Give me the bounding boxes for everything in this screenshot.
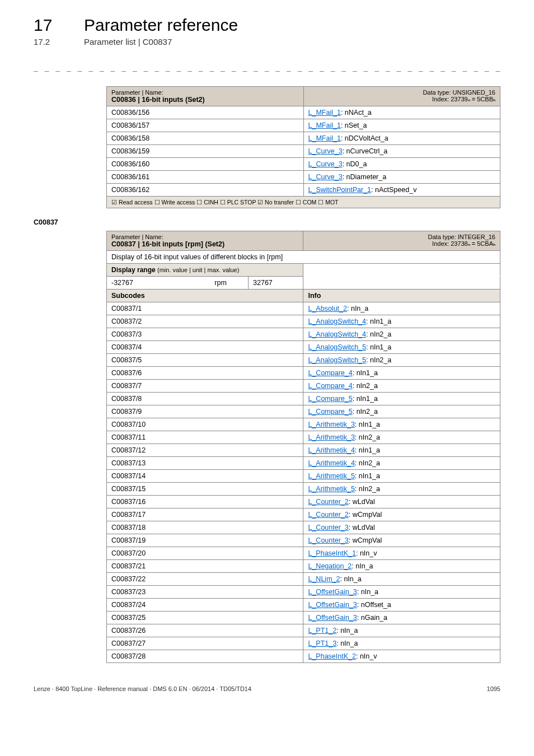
- param-link[interactable]: L_Counter_2: [308, 511, 348, 519]
- param-link[interactable]: L_Compare_4: [308, 369, 352, 377]
- param-info: L_Arithmetik_4: nIn1_a: [303, 444, 500, 457]
- param-link[interactable]: L_PT1_3: [308, 640, 336, 647]
- param-info: L_Counter_3: wCmpVal: [303, 534, 500, 547]
- datatype: Data type: UNSIGNED_16: [423, 89, 495, 96]
- range-unit: rpm: [193, 277, 248, 290]
- param-link[interactable]: L_Negation_2: [308, 562, 352, 570]
- table-row: C00837/11L_Arithmetik_3: nIn2_a: [107, 431, 500, 444]
- param-link[interactable]: L_Curve_3: [308, 173, 343, 181]
- param-link[interactable]: L_Absolut_2: [308, 305, 347, 312]
- param-link[interactable]: L_Arithmetik_3: [308, 433, 354, 441]
- subcode: C00837/14: [107, 470, 303, 483]
- param-link[interactable]: L_Arithmetik_5: [308, 472, 354, 480]
- table-row: C00837/16L_Counter_2: wLdVal: [107, 496, 500, 508]
- table-row: C00837/7L_Compare_4: nIn2_a: [107, 380, 500, 393]
- subcode: C00837/7: [107, 380, 303, 393]
- subcode: C00837/6: [107, 367, 303, 380]
- subcode: C00837/24: [107, 599, 303, 612]
- param-info: L_Compare_5: nIn2_a: [303, 405, 500, 418]
- table-row: C00836/161L_Curve_3: nDiameter_a: [107, 171, 500, 184]
- subcode: C00837/15: [107, 483, 303, 496]
- subcode: C00836/162: [107, 184, 304, 197]
- param-link[interactable]: L_MFail_1: [308, 134, 341, 142]
- param-link[interactable]: L_PhaseIntK_1: [308, 549, 356, 557]
- param-link[interactable]: L_SwitchPointPar_1: [308, 186, 372, 194]
- param-info: L_PT1_3: nIn_a: [303, 637, 500, 650]
- table-row: C00836/158L_MFail_1: nDCVoltAct_a: [107, 132, 500, 145]
- table-row: C00837/21L_Negation_2: nIn_a: [107, 560, 500, 573]
- param-link[interactable]: L_MFail_1: [308, 122, 341, 129]
- param-link[interactable]: L_AnalogSwitch_4: [308, 318, 366, 325]
- param-link[interactable]: L_AnalogSwitch_5: [308, 343, 366, 351]
- subcode: C00837/27: [107, 637, 303, 650]
- table-row: C00836/160L_Curve_3: nD0_a: [107, 158, 500, 171]
- table-row: C00837/19L_Counter_3: wCmpVal: [107, 534, 500, 547]
- param-label: Parameter | Name:: [111, 89, 163, 96]
- subcode: C00837/9: [107, 405, 303, 418]
- param-link[interactable]: L_PT1_2: [308, 627, 336, 634]
- table-row: C00837/10L_Arithmetik_3: nIn1_a: [107, 418, 500, 431]
- param-link[interactable]: L_Counter_2: [308, 498, 348, 506]
- subcode: C00837/4: [107, 341, 303, 354]
- param-info: L_NLim_2: nIn_a: [303, 573, 500, 586]
- param-info: L_Arithmetik_3: nIn2_a: [303, 431, 500, 444]
- table-row: C00837/3L_AnalogSwitch_4: nIn2_a: [107, 328, 500, 341]
- subcode: C00837/3: [107, 328, 303, 341]
- index: Index: 23738ₙ = 5CBAₕ: [432, 240, 495, 247]
- subcode: C00836/156: [107, 106, 304, 119]
- param-link[interactable]: L_PhaseIntK_2: [308, 652, 356, 660]
- chapter-title: Parameter reference: [84, 16, 238, 35]
- param-link[interactable]: L_OffsetGain_3: [308, 601, 357, 609]
- param-link[interactable]: L_AnalogSwitch_5: [308, 356, 366, 364]
- subcode: C00837/17: [107, 508, 303, 521]
- param-link[interactable]: L_Arithmetik_5: [308, 485, 354, 493]
- subcode: C00836/161: [107, 171, 304, 184]
- param-link[interactable]: L_Compare_5: [308, 395, 352, 403]
- subcode: C00837/25: [107, 612, 303, 624]
- param-link[interactable]: L_Curve_3: [308, 160, 343, 168]
- param-link[interactable]: L_MFail_1: [308, 109, 341, 116]
- param-table-c00836: Parameter | Name: C00836 | 16-bit inputs…: [106, 86, 500, 208]
- param-link[interactable]: L_Arithmetik_4: [308, 459, 354, 467]
- subcode: C00837/8: [107, 393, 303, 405]
- param-link[interactable]: L_Compare_4: [308, 382, 352, 390]
- chapter-number: 17: [34, 16, 84, 35]
- param-link[interactable]: L_Curve_3: [308, 147, 343, 155]
- param-link[interactable]: L_Counter_3: [308, 524, 348, 531]
- table-row: C00837/24L_OffsetGain_3: nOffset_a: [107, 599, 500, 612]
- section-title: Parameter list | C00837: [84, 37, 172, 46]
- range-label: Display range: [111, 266, 157, 274]
- description: Display of 16-bit input values of differ…: [107, 251, 500, 264]
- param-link[interactable]: L_OffsetGain_3: [308, 588, 357, 596]
- subcode: C00837/21: [107, 560, 303, 573]
- table-row: C00837/12L_Arithmetik_4: nIn1_a: [107, 444, 500, 457]
- subcode: C00837/13: [107, 457, 303, 470]
- param-link[interactable]: L_Arithmetik_3: [308, 421, 354, 428]
- subcode: C00836/159: [107, 145, 304, 158]
- footer-left: Lenze · 8400 TopLine · Reference manual …: [34, 685, 251, 692]
- subcode: C00837/12: [107, 444, 303, 457]
- subcode: C00837/10: [107, 418, 303, 431]
- param-code: C00836 | 16-bit inputs (Set2): [111, 96, 205, 104]
- param-link[interactable]: L_Compare_5: [308, 408, 352, 416]
- param-info: L_Compare_5: nIn1_a: [303, 393, 500, 405]
- param-link[interactable]: L_Counter_3: [308, 536, 348, 544]
- param-info: L_MFail_1: nNAct_a: [303, 106, 500, 119]
- param-info: L_Compare_4: nIn1_a: [303, 367, 500, 380]
- param-link[interactable]: L_AnalogSwitch_4: [308, 330, 366, 338]
- param-link[interactable]: L_NLim_2: [308, 575, 340, 583]
- param-info: L_SwitchPointPar_1: nActSpeed_v: [303, 184, 500, 197]
- subcode: C00837/23: [107, 586, 303, 599]
- subcode: C00837/5: [107, 354, 303, 367]
- param-link[interactable]: L_Arithmetik_4: [308, 446, 354, 454]
- param-info: L_PT1_2: nIn_a: [303, 624, 500, 637]
- index: Index: 23739ₙ = 5CBBₕ: [432, 96, 495, 102]
- param-info: L_Arithmetik_5: nIn2_a: [303, 483, 500, 496]
- table-row: C00837/18L_Counter_3: wLdVal: [107, 521, 500, 534]
- table-row: C00837/27L_PT1_3: nIn_a: [107, 637, 500, 650]
- subcode: C00837/18: [107, 521, 303, 534]
- table-row: C00837/14L_Arithmetik_5: nIn1_a: [107, 470, 500, 483]
- table-row: C00837/8L_Compare_5: nIn1_a: [107, 393, 500, 405]
- param-link[interactable]: L_OffsetGain_3: [308, 614, 357, 622]
- divider: _ _ _ _ _ _ _ _ _ _ _ _ _ _ _ _ _ _ _ _ …: [34, 63, 500, 72]
